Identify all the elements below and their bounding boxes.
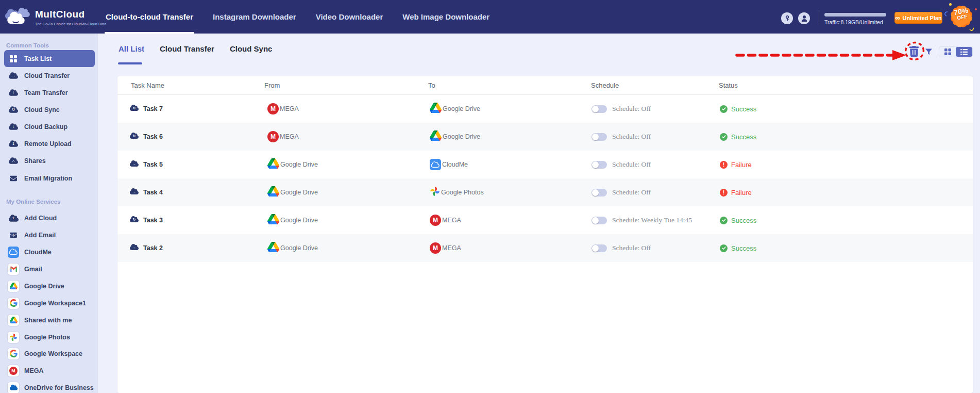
- status-cell: Success: [720, 123, 756, 151]
- schedule-toggle[interactable]: [592, 105, 607, 113]
- success-icon: [720, 105, 728, 113]
- task-name-label: Task 7: [143, 105, 163, 112]
- tab-cloud-transfer[interactable]: Cloud Transfer: [160, 44, 214, 53]
- success-icon: [720, 244, 728, 252]
- success-icon: [720, 217, 728, 224]
- sidebar-item-task-list[interactable]: Task List: [4, 50, 95, 67]
- to-cell: MMEGA: [430, 206, 461, 234]
- sidebar-item-shared-with-me[interactable]: Shared with me: [4, 312, 95, 329]
- table-row[interactable]: ↻Task 7MMEGAGoogle DriveSchedule: OffSuc…: [117, 95, 973, 123]
- multcloud-logo[interactable]: MultCloud The Go-To Choice for Cloud-to-…: [5, 5, 93, 29]
- google-workspace-logo: [7, 348, 20, 359]
- grid-view-icon[interactable]: [939, 47, 956, 57]
- nav-item-cloud-to-cloud-transfer[interactable]: Cloud-to-cloud Transfer: [106, 0, 193, 34]
- col-schedule: Schedule: [591, 76, 619, 95]
- sidebar-item-google-workspace[interactable]: Google Workspace: [4, 345, 95, 362]
- key-icon[interactable]: [781, 12, 793, 24]
- sidebar-item-label: Cloud Sync: [24, 106, 60, 113]
- delete-icon[interactable]: [909, 46, 920, 57]
- status-label: Failure: [731, 161, 752, 169]
- section-title-my-online-services: My Online Services: [6, 199, 60, 205]
- status-cell: !Failure: [720, 151, 752, 178]
- sidebar-item-cloud-backup[interactable]: ↓Cloud Backup: [4, 118, 95, 135]
- status-label: Success: [731, 217, 756, 224]
- add-cloud-icon: +: [7, 214, 20, 222]
- status-label: Success: [731, 105, 756, 113]
- schedule-cell: Schedule: Off: [592, 95, 651, 123]
- sidebar-item-google-workspace1[interactable]: Google Workspace1: [4, 294, 95, 312]
- team-transfer-icon: ↑: [7, 89, 20, 96]
- schedule-label: Schedule: Weekly Tue 14:45: [612, 216, 692, 224]
- gmail-logo: [7, 264, 20, 275]
- sidebar-item-gmail[interactable]: Gmail: [4, 260, 95, 277]
- sidebar-item-label: Cloud Transfer: [24, 72, 70, 79]
- remote-upload-icon: ↧: [7, 140, 20, 148]
- schedule-cell: Schedule: Off: [592, 151, 651, 178]
- table-row[interactable]: →Task 5Google DriveCloudMeSchedule: Off!…: [117, 151, 973, 178]
- mega-logo: M: [267, 103, 279, 114]
- sidebar-item-label: Add Cloud: [24, 215, 57, 222]
- from-service-label: MEGA: [280, 105, 299, 112]
- task-name-cell: ↻Task 3: [130, 206, 163, 234]
- sidebar-item-label: Email Migration: [24, 175, 72, 182]
- cloud-transfer-icon: →: [7, 72, 20, 79]
- sidebar-item-shares[interactable]: ∴Shares: [4, 152, 95, 169]
- nav-item-instagram-downloader[interactable]: Instagram Downloader: [213, 0, 296, 34]
- to-cell: CloudMe: [430, 151, 468, 178]
- schedule-toggle[interactable]: [592, 244, 607, 252]
- schedule-toggle[interactable]: [592, 161, 607, 169]
- sidebar-item-remote-upload[interactable]: ↧Remote Upload: [4, 135, 95, 152]
- status-cell: Success: [720, 234, 756, 262]
- sidebar-item-cloudme[interactable]: CloudMe: [4, 243, 95, 260]
- google-drive-logo: [267, 186, 279, 199]
- schedule-toggle[interactable]: [592, 189, 607, 196]
- tab-all-list[interactable]: All List: [119, 44, 144, 53]
- list-view-icon[interactable]: [956, 47, 972, 57]
- promo-70-off-badge[interactable]: 70% OFF: [948, 3, 975, 30]
- status-cell: Success: [720, 206, 756, 234]
- table-row[interactable]: →Task 4Google DriveGoogle PhotosSchedule…: [117, 178, 973, 206]
- sidebar-item-cloud-transfer[interactable]: →Cloud Transfer: [4, 67, 95, 84]
- task-name-cell: ↻Task 7: [130, 95, 163, 123]
- sidebar-item-google-drive[interactable]: Google Drive: [4, 277, 95, 294]
- sidebar-item-onedrive-for-business[interactable]: OneDrive for Business: [4, 379, 95, 393]
- from-service-label: Google Drive: [280, 244, 318, 252]
- brand-tagline: The Go-To Choice for Cloud-to-Cloud Data: [35, 22, 106, 26]
- from-cell: MMEGA: [267, 95, 299, 123]
- email-migration-icon: →: [7, 175, 20, 182]
- schedule-label: Schedule: Off: [612, 133, 651, 141]
- schedule-toggle[interactable]: [592, 133, 607, 141]
- sidebar-item-mega[interactable]: MMEGA: [4, 362, 95, 379]
- sidebar-item-label: Google Photos: [24, 334, 70, 341]
- sidebar-item-label: CloudMe: [24, 249, 52, 256]
- unlimited-plan-button[interactable]: ∞ Unlimited Plan: [894, 12, 942, 24]
- schedule-cell: Schedule: Off: [592, 178, 651, 206]
- table-row[interactable]: ↻Task 6MMEGAGoogle DriveSchedule: OffSuc…: [117, 123, 973, 151]
- task-name-cell: →Task 5: [130, 151, 163, 178]
- from-service-label: MEGA: [280, 133, 299, 140]
- schedule-cell: Schedule: Off: [592, 234, 651, 262]
- add-email-icon: +: [7, 232, 20, 239]
- sync-task-icon: ↻: [130, 216, 139, 225]
- table-row[interactable]: ↻Task 3Google DriveMMEGASchedule: Weekly…: [117, 206, 973, 234]
- sidebar-item-team-transfer[interactable]: ↑Team Transfer: [4, 84, 95, 101]
- google-drive-logo: [267, 214, 279, 227]
- schedule-toggle[interactable]: [592, 217, 607, 224]
- tab-cloud-sync[interactable]: Cloud Sync: [230, 44, 273, 53]
- profile-icon[interactable]: [798, 12, 810, 24]
- sidebar-item-cloud-sync[interactable]: ↻Cloud Sync: [4, 101, 95, 118]
- to-service-label: Google Drive: [443, 105, 480, 112]
- nav-item-web-image-downloader[interactable]: Web Image Downloader: [402, 0, 489, 34]
- from-cell: Google Drive: [267, 206, 318, 234]
- sidebar-item-add-cloud[interactable]: +Add Cloud: [4, 209, 95, 226]
- filter-icon[interactable]: [925, 48, 933, 56]
- sidebar-item-email-migration[interactable]: →Email Migration: [4, 170, 95, 187]
- table-row[interactable]: →Task 2Google DriveMMEGASchedule: OffSuc…: [117, 234, 973, 262]
- nav-item-video-downloader[interactable]: Video Downloader: [316, 0, 383, 34]
- sidebar-item-google-photos[interactable]: Google Photos: [4, 329, 95, 346]
- status-cell: !Failure: [720, 178, 752, 206]
- to-cell: Google Drive: [430, 95, 480, 123]
- from-cell: Google Drive: [267, 234, 318, 262]
- sidebar-item-add-email[interactable]: +Add Email: [4, 226, 95, 243]
- google-drive-logo: [7, 281, 20, 292]
